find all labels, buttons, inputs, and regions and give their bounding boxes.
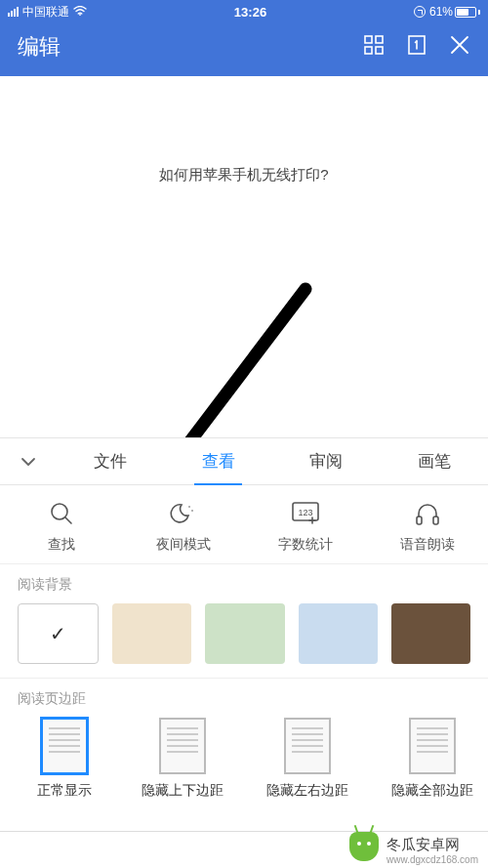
page-margin-icon — [41, 718, 88, 774]
margin-option-label: 隐藏全部边距 — [391, 782, 473, 800]
svg-line-6 — [165, 289, 305, 437]
reading-background-section: 阅读背景 ✓ — [0, 563, 488, 678]
wifi-icon — [73, 6, 87, 18]
tool-row: 查找夜间模式123字数统计语音朗读 — [0, 485, 488, 563]
svg-rect-13 — [417, 517, 422, 524]
annotation-arrow — [132, 281, 312, 437]
page-margin-icon — [159, 718, 206, 774]
watermark-brand: 冬瓜安卓网 — [386, 836, 478, 854]
tool-moon[interactable]: 夜间模式 — [122, 499, 244, 554]
svg-rect-14 — [433, 517, 438, 524]
margin-option-3[interactable]: 隐藏全部边距 — [379, 718, 486, 800]
tool-label: 查找 — [48, 536, 75, 554]
tool-label: 夜间模式 — [156, 536, 211, 554]
tab-3[interactable]: 画笔 — [381, 437, 489, 485]
bottom-tab-bar: 文件查看审阅画笔 — [0, 437, 488, 485]
status-time: 13:26 — [234, 5, 266, 20]
tool-search[interactable]: 查找 — [0, 499, 122, 554]
carrier-label: 中国联通 — [22, 4, 69, 21]
reading-background-title: 阅读背景 — [18, 576, 470, 594]
document-preview[interactable]: 如何用苹果手机无线打印? — [0, 76, 488, 437]
margin-option-0[interactable]: 正常显示 — [18, 718, 111, 800]
page-margin-icon — [284, 718, 331, 774]
svg-rect-3 — [365, 47, 372, 54]
wordcount-icon: 123 — [291, 499, 320, 528]
orientation-lock-icon — [414, 6, 426, 18]
reading-margin-title: 阅读页边距 — [18, 690, 470, 708]
svg-rect-4 — [376, 47, 383, 54]
page-margin-icon — [409, 718, 456, 774]
bg-swatch-1[interactable] — [112, 603, 191, 664]
headphones-icon — [413, 499, 442, 528]
margin-option-2[interactable]: 隐藏左右边距 — [254, 718, 361, 800]
close-icon[interactable] — [449, 34, 470, 60]
mascot-icon — [349, 832, 379, 861]
collapse-panel-button[interactable] — [0, 452, 57, 472]
search-icon — [47, 499, 76, 528]
page-count-icon[interactable] — [406, 34, 427, 60]
bg-swatch-4[interactable] — [391, 603, 470, 664]
moon-icon — [169, 499, 198, 528]
status-bar: 中国联通 13:26 61% — [0, 0, 488, 23]
grid-view-icon[interactable] — [363, 34, 385, 60]
tool-headphones[interactable]: 语音朗读 — [366, 499, 488, 554]
tab-2[interactable]: 审阅 — [272, 437, 381, 485]
battery-pct: 61% — [429, 5, 453, 19]
tab-1[interactable]: 查看 — [165, 437, 273, 485]
tool-label: 语音朗读 — [400, 536, 455, 554]
svg-point-0 — [79, 14, 81, 16]
margin-option-label: 正常显示 — [37, 782, 92, 800]
tool-label: 字数统计 — [278, 536, 333, 554]
signal-icon — [8, 7, 19, 17]
svg-rect-2 — [376, 36, 383, 43]
watermark-url: www.dgxcdz168.com — [386, 854, 478, 865]
bg-swatch-3[interactable] — [299, 603, 378, 664]
margin-option-label: 隐藏左右边距 — [266, 782, 348, 800]
bg-swatch-0[interactable]: ✓ — [18, 603, 99, 664]
svg-text:123: 123 — [298, 508, 312, 517]
bg-swatch-2[interactable] — [205, 603, 284, 664]
svg-point-9 — [188, 506, 190, 508]
app-title: 编辑 — [18, 32, 61, 62]
tool-wordcount[interactable]: 123字数统计 — [244, 499, 366, 554]
svg-rect-1 — [365, 36, 372, 43]
watermark-bar: 冬瓜安卓网 www.dgxcdz168.com — [0, 831, 488, 868]
battery-indicator: 61% — [429, 5, 480, 19]
svg-point-10 — [191, 510, 193, 512]
margin-option-label: 隐藏上下边距 — [142, 782, 224, 800]
tab-0[interactable]: 文件 — [57, 437, 165, 485]
margin-option-1[interactable]: 隐藏上下边距 — [129, 718, 236, 800]
document-title-text: 如何用苹果手机无线打印? — [0, 76, 488, 185]
